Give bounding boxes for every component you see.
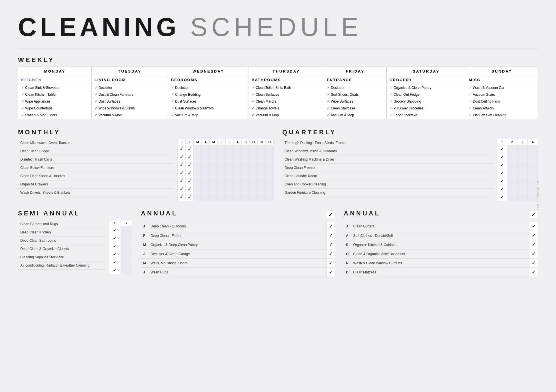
monthly-check-5-11[interactable]	[266, 185, 274, 193]
semi-check-3-1[interactable]	[121, 250, 132, 258]
monthly-check-1-7[interactable]	[234, 153, 242, 161]
monthly-check-3-1[interactable]: ✓	[186, 169, 194, 177]
semi-check-2-1[interactable]	[121, 242, 132, 250]
quarterly-check-4-3[interactable]	[528, 177, 538, 185]
monthly-check-6-2[interactable]	[194, 193, 202, 201]
monthly-check-4-10[interactable]	[258, 177, 266, 185]
monthly-check-6-3[interactable]	[202, 193, 210, 201]
quarterly-check-3-2[interactable]	[517, 169, 528, 177]
annual1-check-4[interactable]: ✓	[327, 259, 335, 268]
monthly-check-5-8[interactable]	[242, 185, 250, 193]
monthly-check-3-4[interactable]	[210, 169, 218, 177]
monthly-check-4-2[interactable]	[194, 177, 202, 185]
monthly-check-5-7[interactable]	[234, 185, 242, 193]
annual2-check-0[interactable]: ✓	[529, 222, 538, 231]
monthly-check-1-1[interactable]: ✓	[186, 153, 194, 161]
monthly-check-4-0[interactable]: ✓	[178, 177, 186, 185]
monthly-check-5-9[interactable]	[250, 185, 258, 193]
quarterly-check-4-1[interactable]	[507, 177, 517, 185]
semi-check-0-1[interactable]	[121, 226, 132, 234]
monthly-check-1-6[interactable]	[226, 153, 234, 161]
monthly-check-6-7[interactable]	[234, 193, 242, 201]
monthly-check-6-5[interactable]	[218, 193, 226, 201]
monthly-check-6-6[interactable]	[226, 193, 234, 201]
monthly-check-4-3[interactable]	[202, 177, 210, 185]
monthly-check-1-11[interactable]	[266, 153, 274, 161]
monthly-check-3-11[interactable]	[266, 169, 274, 177]
annual2-check-4[interactable]: ✓	[529, 259, 538, 268]
quarterly-check-1-0[interactable]: ✓	[497, 153, 507, 161]
monthly-check-5-0[interactable]: ✓	[178, 185, 186, 193]
monthly-check-4-6[interactable]	[226, 177, 234, 185]
annual1-check-2[interactable]: ✓	[327, 240, 335, 249]
monthly-check-6-9[interactable]	[250, 193, 258, 201]
annual2-check-5[interactable]: ✓	[529, 268, 538, 277]
annual1-check-0[interactable]: ✓	[327, 222, 335, 231]
monthly-check-2-10[interactable]	[258, 161, 266, 169]
quarterly-check-3-3[interactable]	[528, 169, 538, 177]
monthly-check-5-10[interactable]	[258, 185, 266, 193]
quarterly-check-6-2[interactable]	[517, 193, 528, 201]
monthly-check-1-2[interactable]	[194, 153, 202, 161]
monthly-check-3-10[interactable]	[258, 169, 266, 177]
quarterly-check-0-3[interactable]	[528, 145, 538, 153]
quarterly-check-1-3[interactable]	[528, 153, 538, 161]
monthly-check-4-1[interactable]: ✓	[186, 177, 194, 185]
annual1-check-1[interactable]: ✓	[327, 231, 335, 240]
monthly-check-3-9[interactable]	[250, 169, 258, 177]
monthly-check-6-1[interactable]: ✓	[186, 193, 194, 201]
monthly-check-5-5[interactable]	[218, 185, 226, 193]
quarterly-check-0-0[interactable]: ✓	[497, 145, 507, 153]
semi-check-1-1[interactable]	[121, 234, 132, 242]
monthly-check-0-3[interactable]	[202, 145, 210, 153]
monthly-check-3-2[interactable]	[194, 169, 202, 177]
monthly-check-2-2[interactable]	[194, 161, 202, 169]
monthly-check-0-10[interactable]	[258, 145, 266, 153]
quarterly-check-2-3[interactable]	[528, 161, 538, 169]
quarterly-check-1-1[interactable]	[507, 153, 517, 161]
monthly-check-0-4[interactable]	[210, 145, 218, 153]
monthly-check-2-5[interactable]	[218, 161, 226, 169]
quarterly-check-6-3[interactable]	[528, 193, 538, 201]
monthly-check-5-2[interactable]	[194, 185, 202, 193]
monthly-check-3-5[interactable]	[218, 169, 226, 177]
quarterly-check-0-1[interactable]	[507, 145, 517, 153]
quarterly-check-5-3[interactable]	[528, 185, 538, 193]
monthly-check-4-4[interactable]	[210, 177, 218, 185]
monthly-check-6-4[interactable]	[210, 193, 218, 201]
monthly-check-1-0[interactable]: ✓	[178, 153, 186, 161]
quarterly-check-6-1[interactable]	[507, 193, 517, 201]
monthly-check-1-3[interactable]	[202, 153, 210, 161]
monthly-check-0-5[interactable]	[218, 145, 226, 153]
quarterly-check-3-0[interactable]: ✓	[497, 169, 507, 177]
monthly-check-5-6[interactable]	[226, 185, 234, 193]
monthly-check-0-0[interactable]: ✓	[178, 145, 186, 153]
monthly-check-2-7[interactable]	[234, 161, 242, 169]
quarterly-check-5-2[interactable]	[517, 185, 528, 193]
quarterly-check-4-2[interactable]	[517, 177, 528, 185]
monthly-check-0-7[interactable]	[234, 145, 242, 153]
monthly-check-2-4[interactable]	[210, 161, 218, 169]
monthly-check-5-3[interactable]	[202, 185, 210, 193]
monthly-check-4-8[interactable]	[242, 177, 250, 185]
monthly-check-3-0[interactable]: ✓	[178, 169, 186, 177]
monthly-check-6-0[interactable]: ✓	[178, 193, 186, 201]
semi-check-4-1[interactable]	[121, 258, 132, 266]
quarterly-check-2-0[interactable]: ✓	[497, 161, 507, 169]
semi-check-0-0[interactable]: ✓	[109, 226, 121, 234]
annual1-check-5[interactable]: ✓	[327, 268, 335, 277]
semi-check-2-0[interactable]: ✓	[109, 242, 121, 250]
monthly-check-5-4[interactable]	[210, 185, 218, 193]
monthly-check-6-8[interactable]	[242, 193, 250, 201]
monthly-check-6-10[interactable]	[258, 193, 266, 201]
monthly-check-4-7[interactable]	[234, 177, 242, 185]
semi-check-4-0[interactable]: ✓	[109, 258, 121, 266]
monthly-check-4-11[interactable]	[266, 177, 274, 185]
quarterly-check-3-1[interactable]	[507, 169, 517, 177]
monthly-check-0-11[interactable]	[266, 145, 274, 153]
monthly-check-3-3[interactable]	[202, 169, 210, 177]
monthly-check-2-6[interactable]	[226, 161, 234, 169]
monthly-check-1-10[interactable]	[258, 153, 266, 161]
semi-check-3-0[interactable]: ✓	[109, 250, 121, 258]
semi-check-5-0[interactable]: ✓	[109, 266, 121, 274]
